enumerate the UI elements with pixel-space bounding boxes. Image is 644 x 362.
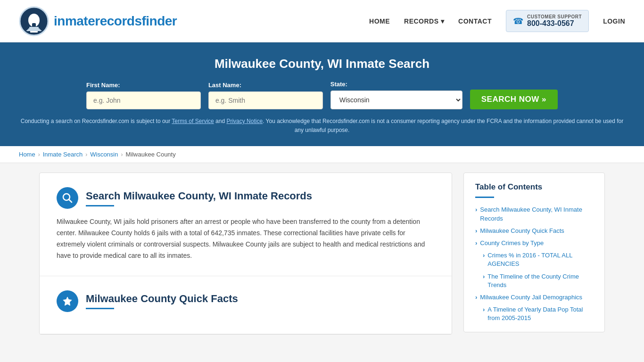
toc-chevron-icon: › bbox=[475, 239, 477, 247]
section-body: Milwaukee County, WI jails hold prisoner… bbox=[57, 216, 435, 261]
section-title-block: Search Milwaukee County, WI Inmate Recor… bbox=[86, 190, 312, 206]
svg-rect-7 bbox=[28, 28, 40, 29]
phone-icon: ☎ bbox=[513, 16, 523, 26]
nav-contact[interactable]: CONTACT bbox=[458, 17, 492, 25]
hero-title: Milwaukee County, WI Inmate Search bbox=[19, 57, 625, 71]
toc-link[interactable]: The Timeline of the County Crime Trends bbox=[487, 272, 593, 289]
section-title: Search Milwaukee County, WI Inmate Recor… bbox=[86, 190, 312, 202]
tos-link[interactable]: Terms of Service bbox=[172, 118, 214, 124]
toc-item: › A Timeline of Yearly Data Pop Total fr… bbox=[475, 305, 593, 322]
customer-support-box[interactable]: ☎ CUSTOMER SUPPORT 800-433-0567 bbox=[506, 10, 589, 32]
records-chevron-icon: ▾ bbox=[441, 17, 445, 25]
quick-facts-section: Milwaukee County Quick Facts bbox=[40, 276, 452, 334]
toc-title: Table of Contents bbox=[475, 182, 593, 192]
search-icon bbox=[62, 193, 73, 203]
section-title-underline bbox=[86, 205, 114, 206]
toc-item: › County Crimes by Type bbox=[475, 239, 593, 247]
toc-item: › The Timeline of the County Crime Trend… bbox=[475, 272, 593, 289]
svg-rect-9 bbox=[26, 30, 41, 31]
quick-facts-icon bbox=[57, 290, 78, 312]
toc-chevron-icon: › bbox=[483, 306, 485, 313]
toc-chevron-icon: › bbox=[483, 273, 485, 280]
toc-chevron-icon: › bbox=[483, 252, 485, 259]
first-name-label: First Name: bbox=[86, 82, 201, 89]
main-content: Search Milwaukee County, WI Inmate Recor… bbox=[20, 173, 624, 334]
main-nav: HOME RECORDS ▾ CONTACT ☎ CUSTOMER SUPPOR… bbox=[369, 10, 625, 32]
privacy-link[interactable]: Privacy Notice bbox=[226, 118, 263, 124]
logo[interactable]: inmaterecordsfinder bbox=[19, 6, 177, 36]
state-label: State: bbox=[330, 81, 462, 88]
last-name-group: Last Name: bbox=[208, 82, 323, 109]
last-name-label: Last Name: bbox=[208, 82, 323, 89]
svg-line-11 bbox=[69, 199, 72, 202]
breadcrumb-inmate-search[interactable]: Inmate Search bbox=[43, 151, 83, 158]
hero-disclaimer: Conducting a search on Recordsfinder.com… bbox=[19, 117, 625, 135]
toc-link[interactable]: Search Milwaukee County, WI Inmate Recor… bbox=[480, 206, 593, 222]
state-select[interactable]: Wisconsin bbox=[330, 90, 462, 109]
breadcrumb-sep-2: › bbox=[85, 151, 87, 158]
toc-link[interactable]: Milwaukee County Quick Facts bbox=[480, 227, 564, 235]
inmate-records-section: Search Milwaukee County, WI Inmate Recor… bbox=[40, 173, 452, 276]
last-name-input[interactable] bbox=[208, 91, 323, 109]
search-section-icon bbox=[57, 187, 78, 209]
svg-rect-8 bbox=[27, 29, 41, 30]
sidebar: Table of Contents › Search Milwaukee Cou… bbox=[463, 173, 605, 334]
support-text: CUSTOMER SUPPORT 800-433-0567 bbox=[527, 14, 582, 28]
hero-section: Milwaukee County, WI Inmate Search First… bbox=[0, 42, 644, 146]
breadcrumb: Home › Inmate Search › Wisconsin › Milwa… bbox=[0, 146, 644, 163]
breadcrumb-state[interactable]: Wisconsin bbox=[90, 151, 118, 158]
toc-chevron-icon: › bbox=[475, 294, 477, 301]
support-number: 800-433-0567 bbox=[527, 19, 582, 28]
first-name-input[interactable] bbox=[86, 91, 201, 109]
quick-facts-title-block: Milwaukee County Quick Facts bbox=[86, 293, 238, 309]
first-name-group: First Name: bbox=[86, 82, 201, 109]
quick-facts-header: Milwaukee County Quick Facts bbox=[57, 290, 435, 312]
site-header: inmaterecordsfinder HOME RECORDS ▾ CONTA… bbox=[0, 0, 644, 42]
toc-link[interactable]: Milwaukee County Jail Demographics bbox=[480, 293, 582, 302]
breadcrumb-sep-1: › bbox=[38, 151, 40, 158]
breadcrumb-home[interactable]: Home bbox=[19, 151, 35, 158]
search-button[interactable]: SEARCH NOW » bbox=[470, 90, 558, 109]
search-form: First Name: Last Name: State: Wisconsin … bbox=[86, 81, 558, 109]
support-label: CUSTOMER SUPPORT bbox=[527, 14, 582, 19]
toc-list: › Search Milwaukee County, WI Inmate Rec… bbox=[475, 206, 593, 322]
quick-facts-title: Milwaukee County Quick Facts bbox=[86, 293, 238, 305]
toc-divider bbox=[475, 197, 494, 198]
toc-chevron-icon: › bbox=[475, 227, 477, 234]
toc-box: Table of Contents › Search Milwaukee Cou… bbox=[463, 173, 605, 332]
nav-records[interactable]: RECORDS ▾ bbox=[404, 17, 444, 25]
toc-item: › Crimes % in 2016 - TOTAL ALL AGENCIES bbox=[475, 251, 593, 268]
content-area: Search Milwaukee County, WI Inmate Recor… bbox=[39, 173, 452, 334]
info-icon bbox=[62, 296, 73, 306]
toc-item: › Milwaukee County Jail Demographics bbox=[475, 293, 593, 302]
quick-facts-underline bbox=[86, 308, 114, 309]
toc-link[interactable]: Crimes % in 2016 - TOTAL ALL AGENCIES bbox=[487, 251, 593, 268]
nav-login[interactable]: LOGIN bbox=[603, 17, 625, 25]
nav-home[interactable]: HOME bbox=[369, 17, 390, 25]
logo-icon bbox=[19, 6, 49, 36]
toc-link[interactable]: County Crimes by Type bbox=[480, 239, 544, 247]
breadcrumb-sep-3: › bbox=[121, 151, 123, 158]
section-header: Search Milwaukee County, WI Inmate Recor… bbox=[57, 187, 435, 209]
toc-item: › Search Milwaukee County, WI Inmate Rec… bbox=[475, 206, 593, 222]
logo-text: inmaterecordsfinder bbox=[54, 14, 177, 29]
toc-item: › Milwaukee County Quick Facts bbox=[475, 227, 593, 235]
svg-rect-6 bbox=[29, 27, 39, 28]
breadcrumb-county: Milwaukee County bbox=[125, 151, 175, 158]
state-group: State: Wisconsin bbox=[330, 81, 462, 109]
toc-link[interactable]: A Timeline of Yearly Data Pop Total from… bbox=[487, 305, 593, 322]
toc-chevron-icon: › bbox=[475, 206, 477, 213]
